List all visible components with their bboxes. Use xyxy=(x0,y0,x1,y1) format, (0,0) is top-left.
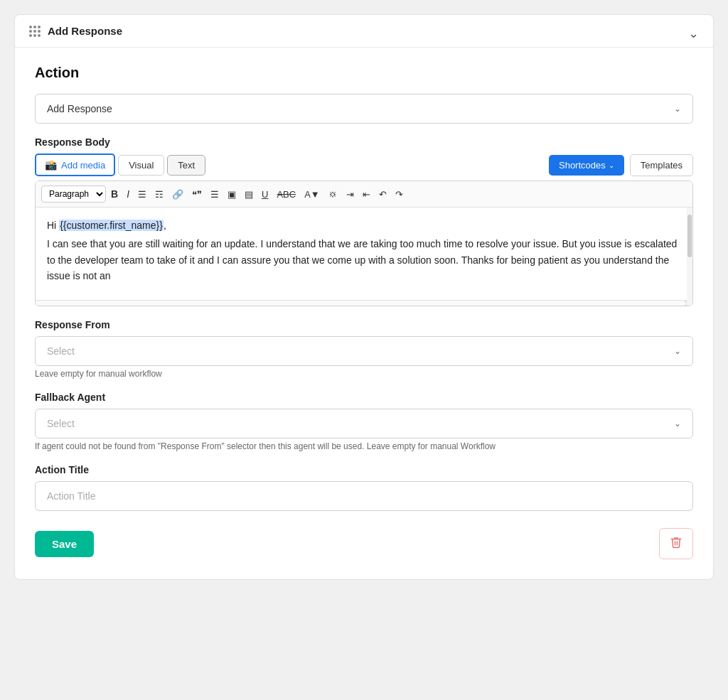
blockquote-button[interactable]: ❝❞ xyxy=(188,188,205,201)
fallback-agent-label: Fallback Agent xyxy=(35,392,693,403)
italic-button[interactable]: I xyxy=(123,187,133,201)
trash-icon xyxy=(670,536,682,549)
card-header: Add Response ⌄ xyxy=(15,15,713,48)
editor-body-text: I can see that you are still waiting for… xyxy=(47,236,681,284)
response-from-dropdown[interactable]: Select ⌄ xyxy=(35,336,693,366)
action-title-input[interactable] xyxy=(35,481,693,511)
tab-text[interactable]: Text xyxy=(167,155,205,176)
drag-handle-icon[interactable] xyxy=(29,26,41,37)
undo-button[interactable]: ↶ xyxy=(375,188,390,201)
editor-resize-handle[interactable]: ⇲ xyxy=(36,300,692,306)
editor-container: Paragraph B I ☰ ☶ 🔗 ❝❞ ☰ ▣ ▤ U ABC A▼ ⛭ … xyxy=(35,181,693,306)
outdent-button[interactable]: ⇤ xyxy=(359,188,374,201)
media-icon: 📸 xyxy=(45,159,57,171)
add-media-button[interactable]: 📸 Add media xyxy=(35,154,115,176)
shortcodes-chevron-icon: ⌄ xyxy=(609,161,614,169)
fallback-agent-hint: If agent could not be found from "Respon… xyxy=(35,441,693,451)
save-button[interactable]: Save xyxy=(35,531,94,557)
fallback-agent-dropdown[interactable]: Select ⌄ xyxy=(35,409,693,438)
shortcodes-label: Shortcodes xyxy=(559,160,606,171)
align-center-button[interactable]: ▣ xyxy=(224,188,240,201)
card-header-left: Add Response xyxy=(29,25,122,37)
paragraph-select[interactable]: Paragraph xyxy=(41,185,106,203)
strikethrough-button[interactable]: ABC xyxy=(273,188,299,201)
templates-label: Templates xyxy=(641,160,682,171)
indent-button[interactable]: ⇥ xyxy=(343,188,358,201)
response-from-chevron-icon: ⌄ xyxy=(674,346,681,356)
unordered-list-button[interactable]: ☰ xyxy=(134,188,150,201)
add-media-label: Add media xyxy=(61,160,105,171)
eraser-button[interactable]: ⛭ xyxy=(325,188,341,201)
shortcodes-button[interactable]: Shortcodes ⌄ xyxy=(549,155,624,176)
link-button[interactable]: 🔗 xyxy=(168,188,187,201)
add-response-dropdown[interactable]: Add Response ⌄ xyxy=(35,94,693,124)
underline-button[interactable]: U xyxy=(258,188,272,201)
editor-toolbar-left: 📸 Add media Visual Text xyxy=(35,154,205,176)
align-left-button[interactable]: ☰ xyxy=(207,188,223,201)
ordered-list-button[interactable]: ☶ xyxy=(151,188,167,201)
collapse-button[interactable]: ⌄ xyxy=(687,26,699,37)
fallback-agent-placeholder: Select xyxy=(47,418,75,429)
editor-content-area[interactable]: Hi {{customer.first_name}}, I can see th… xyxy=(36,208,692,300)
redo-button[interactable]: ↷ xyxy=(392,188,407,201)
editor-toolbar-row: 📸 Add media Visual Text Shortcodes ⌄ Tem… xyxy=(35,154,693,176)
editor-wrapper: Hi {{customer.first_name}}, I can see th… xyxy=(36,208,692,306)
align-right-button[interactable]: ▤ xyxy=(241,188,257,201)
delete-button[interactable] xyxy=(659,528,693,559)
scrollbar-thumb[interactable] xyxy=(687,215,692,257)
editor-toolbar-right: Shortcodes ⌄ Templates xyxy=(549,154,693,176)
response-from-placeholder: Select xyxy=(47,345,75,357)
response-from-label: Response From xyxy=(35,319,693,330)
fallback-agent-chevron-icon: ⌄ xyxy=(674,419,681,429)
section-title: Action xyxy=(35,65,693,81)
response-body-label: Response Body xyxy=(35,136,693,148)
templates-button[interactable]: Templates xyxy=(630,154,693,176)
scrollbar-track xyxy=(687,208,692,306)
action-title-label: Action Title xyxy=(35,464,693,475)
add-response-dropdown-value: Add Response xyxy=(47,103,112,114)
bold-button[interactable]: B xyxy=(107,187,122,201)
card-title: Add Response xyxy=(48,25,122,37)
dropdown-chevron-icon: ⌄ xyxy=(674,104,681,114)
action-footer: Save xyxy=(35,528,693,559)
font-color-button[interactable]: A▼ xyxy=(301,188,323,201)
rich-text-toolbar: Paragraph B I ☰ ☶ 🔗 ❝❞ ☰ ▣ ▤ U ABC A▼ ⛭ … xyxy=(36,181,692,208)
shortcode-highlight: {{customer.first_name}} xyxy=(59,220,164,231)
tab-visual[interactable]: Visual xyxy=(118,155,164,176)
response-from-hint: Leave empty for manual workflow xyxy=(35,369,693,379)
card-body: Action Add Response ⌄ Response Body 📸 Ad… xyxy=(15,48,713,579)
add-response-card: Add Response ⌄ Action Add Response ⌄ Res… xyxy=(14,14,714,580)
